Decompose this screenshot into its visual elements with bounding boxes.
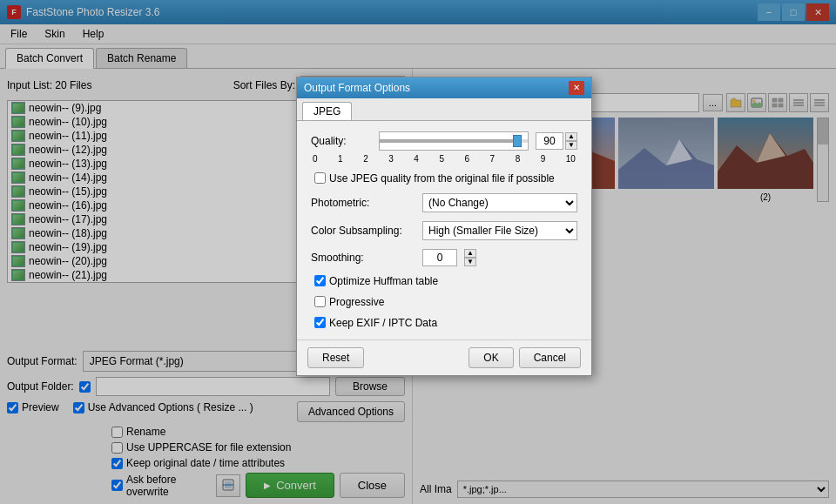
reset-button[interactable]: Reset	[307, 347, 364, 368]
modal-body: Quality: 90 ▲ ▼	[297, 121, 591, 339]
progressive-label: Progressive	[329, 296, 384, 308]
output-format-modal: Output Format Options ✕ JPEG Quality:	[296, 77, 592, 376]
quality-number-input[interactable]: 90	[536, 132, 563, 150]
modal-title-bar: Output Format Options ✕	[297, 77, 591, 98]
smoothing-label: Smoothing:	[311, 252, 415, 264]
modal-overlay: Output Format Options ✕ JPEG Quality:	[0, 0, 836, 504]
optimize-huffman-label: Optimize Huffman table	[329, 275, 438, 287]
smoothing-up-button[interactable]: ▲	[464, 249, 476, 258]
color-subsampling-select[interactable]: High (Smaller File Size) Medium Low (Bet…	[422, 221, 577, 240]
use-original-quality-row: Use JPEG quality from the original file …	[311, 172, 577, 185]
modal-title: Output Format Options	[304, 82, 410, 94]
keep-exif-label: Keep EXIF / IPTC Data	[329, 317, 437, 329]
modal-close-button[interactable]: ✕	[569, 81, 584, 95]
quality-label: Quality:	[311, 135, 372, 147]
optimize-huffman-checkbox[interactable]	[314, 275, 326, 286]
smoothing-row: Smoothing: 0 ▲ ▼	[311, 249, 577, 266]
keep-exif-row: Keep EXIF / IPTC Data	[311, 317, 577, 329]
photometric-label: Photometric:	[311, 197, 415, 209]
keep-exif-checkbox[interactable]	[314, 317, 326, 328]
color-subsampling-label: Color Subsampling:	[311, 225, 415, 237]
quality-down-button[interactable]: ▼	[565, 141, 577, 150]
use-original-quality-checkbox[interactable]	[314, 172, 326, 184]
smoothing-spin: ▲ ▼	[464, 249, 476, 266]
cancel-button[interactable]: Cancel	[519, 347, 581, 368]
photometric-row: Photometric: (No Change) YCbCr RGB	[311, 193, 577, 212]
quality-value-box: 90 ▲ ▼	[536, 132, 577, 150]
modal-tabs: JPEG	[297, 98, 591, 121]
quality-row: Quality: 90 ▲ ▼	[311, 131, 577, 164]
smoothing-down-button[interactable]: ▼	[464, 258, 476, 266]
quality-label-row: Quality: 90 ▲ ▼	[311, 131, 577, 151]
photometric-select[interactable]: (No Change) YCbCr RGB	[422, 193, 577, 212]
modal-footer: Reset OK Cancel	[297, 339, 591, 375]
quality-spin: ▲ ▼	[565, 132, 577, 150]
progressive-row: Progressive	[311, 296, 577, 308]
use-original-quality-label: Use JPEG quality from the original file …	[329, 172, 555, 185]
optimize-huffman-row: Optimize Huffman table	[311, 275, 577, 287]
quality-up-button[interactable]: ▲	[565, 132, 577, 141]
progressive-checkbox[interactable]	[314, 296, 326, 307]
ok-button[interactable]: OK	[469, 347, 513, 368]
modal-tab-jpeg[interactable]: JPEG	[302, 102, 352, 120]
smoothing-input[interactable]: 0	[422, 249, 457, 266]
quality-slider[interactable]	[379, 131, 529, 151]
scale-row: 0 1 2 3 4 5 6 7 8 9 10	[311, 154, 577, 164]
color-subsampling-row: Color Subsampling: High (Smaller File Si…	[311, 221, 577, 240]
